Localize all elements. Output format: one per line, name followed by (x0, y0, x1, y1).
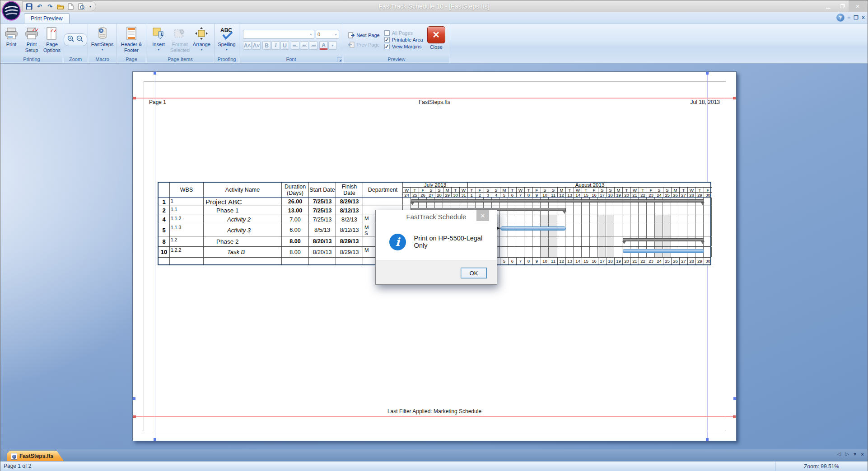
ribbon: Print ✓✓ Print Setup ✓✓ Page Options Pri… (0, 24, 868, 64)
day-number: 8 (525, 258, 533, 264)
margin-handle[interactable] (706, 438, 709, 441)
ok-button[interactable]: OK (461, 268, 487, 278)
dialog-close-icon[interactable]: ✕ (476, 210, 489, 221)
header-footer-button[interactable]: Header & Footer (120, 25, 143, 54)
weekend-shading (663, 224, 671, 236)
scroll-right-icon[interactable]: ▷ (845, 451, 849, 457)
doc-restore-icon[interactable]: ❒ (854, 15, 859, 20)
weekday-letter: S (607, 188, 615, 192)
scroll-left-icon[interactable]: ◁ (837, 451, 841, 457)
grow-font-icon[interactable]: A˄ (243, 41, 252, 50)
application-logo-icon[interactable] (2, 1, 21, 21)
day-number: 6 (509, 258, 517, 264)
checkbox-all-pages[interactable]: All Pages (384, 30, 423, 36)
format-selected-button[interactable]: Format Selected (169, 25, 191, 54)
left-margin-guide[interactable] (155, 72, 155, 441)
zoom-out-icon[interactable] (76, 35, 84, 44)
close-preview-button[interactable]: ✕ Close (426, 25, 447, 54)
font-size-combobox[interactable]: 0▼ (316, 30, 339, 39)
open-folder-icon[interactable] (56, 3, 64, 10)
save-icon[interactable] (25, 3, 33, 10)
document-tab[interactable]: FastSteps.fts (7, 451, 64, 461)
underline-icon[interactable]: U (280, 41, 289, 50)
insert-button[interactable]: Insert ▼ (149, 25, 168, 54)
print-button[interactable]: Print (1, 25, 21, 54)
footer-margin-line[interactable] (133, 416, 736, 417)
activity-name-cell: Phase 2 (204, 236, 282, 246)
undo-icon[interactable]: ↶ (36, 3, 43, 10)
margin-handle[interactable] (733, 97, 736, 99)
page-footer: Last Filter Applied: Marketing Schedule (133, 408, 736, 414)
day-number: 10 (541, 258, 549, 264)
arrange-button[interactable]: Arrange ▼ (191, 25, 212, 54)
spelling-button[interactable]: ABC Spelling ▼ (216, 25, 237, 54)
margin-handle[interactable] (154, 72, 156, 75)
help-icon[interactable]: ? (836, 14, 845, 22)
day-number: 28 (688, 258, 696, 264)
page-options-button[interactable]: ✓✓ Page Options (42, 25, 62, 54)
gantt-header: July 2013August 2013WTFSSMTWTFSSMTWTFSSM… (403, 183, 712, 197)
margin-handle[interactable] (154, 438, 156, 441)
weekday-letter: T (623, 188, 631, 192)
day-number: 16 (590, 258, 598, 264)
header-margin-line[interactable] (133, 98, 736, 99)
format-selected-icon (172, 26, 187, 41)
weekend-shading (549, 236, 557, 246)
duration-cell: 7.00 (282, 215, 309, 224)
align-left-icon[interactable] (291, 41, 299, 50)
minimize-icon[interactable] (821, 0, 835, 12)
margin-handle[interactable] (706, 72, 709, 75)
day-number: 19 (615, 193, 623, 197)
checkbox-view-margins[interactable]: ✓ View Margins (384, 44, 423, 49)
align-center-icon[interactable] (300, 41, 308, 50)
margin-handle[interactable] (133, 397, 135, 400)
group-proofing: ABC Spelling ▼ Proofing (215, 24, 239, 63)
tab-list-icon[interactable]: ▼ (853, 452, 857, 457)
doc-close-icon[interactable]: × (862, 15, 865, 20)
margin-handle[interactable] (733, 397, 736, 400)
italic-icon[interactable]: I (271, 41, 280, 50)
day-number: 24 (403, 193, 411, 197)
day-number: 14 (574, 258, 582, 264)
close-tab-icon[interactable]: × (861, 452, 864, 457)
faststeps-button[interactable]: FastSteps ▼ (90, 25, 115, 54)
restore-icon[interactable] (835, 0, 849, 12)
zoom-in-icon[interactable] (67, 35, 75, 44)
font-dialog-launcher-icon[interactable] (337, 57, 342, 62)
margin-handle[interactable] (133, 415, 136, 418)
redo-icon[interactable]: ↷ (46, 3, 54, 10)
gantt-month-row: July 2013August 2013 (403, 183, 712, 188)
duration-cell: 6.00 (282, 224, 309, 236)
customize-arrow-icon[interactable]: ▾ (89, 5, 91, 9)
align-right-icon[interactable] (309, 41, 317, 50)
print-preview-icon[interactable] (77, 3, 85, 10)
weekend-shading (541, 247, 549, 257)
margin-handle[interactable] (133, 97, 136, 99)
day-number: 1 (468, 193, 476, 197)
next-page-button[interactable]: Next Page (346, 31, 381, 39)
close-icon[interactable]: × (849, 0, 867, 12)
finish-date-cell: 8/2/13 (336, 215, 363, 224)
document-tab-label: FastSteps.fts (19, 453, 53, 459)
print-setup-button[interactable]: ✓✓ Print Setup (22, 25, 42, 54)
bold-icon[interactable]: B (262, 41, 271, 50)
group-page-items: Insert ▼ Format Selected Arrange ▼ (146, 24, 215, 63)
shrink-font-icon[interactable]: A˅ (252, 41, 261, 50)
tab-print-preview[interactable]: Print Preview (24, 13, 70, 24)
day-number: 15 (582, 193, 590, 197)
margin-handle[interactable] (733, 415, 736, 418)
weekday-letter: W (460, 188, 468, 192)
font-name-combobox[interactable]: ▼ (243, 30, 314, 39)
day-number: 5 (500, 193, 509, 197)
group-font: ▼ 0▼ A˄ A˅ B I U (239, 24, 343, 63)
prev-page-button[interactable]: Prev Page (346, 41, 381, 49)
checkbox-printable-area[interactable]: ✓ Printable Area (384, 37, 423, 42)
doc-minimize-icon[interactable]: – (848, 15, 851, 20)
weekday-letter: W (403, 188, 411, 192)
column-header: Start Date (309, 183, 336, 197)
font-color-icon[interactable]: A (319, 41, 328, 50)
font-color-dropdown-icon[interactable]: ▼ (328, 41, 337, 50)
new-document-icon[interactable] (67, 3, 75, 10)
day-number: 23 (647, 193, 655, 197)
day-number: 14 (574, 193, 582, 197)
